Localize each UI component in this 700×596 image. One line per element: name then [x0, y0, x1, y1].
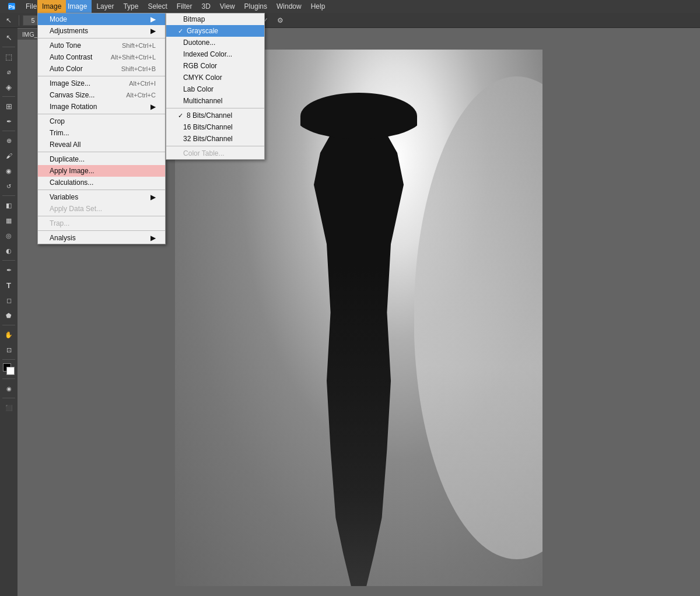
mode-arrow: ▶	[150, 15, 156, 23]
sep-5	[38, 190, 165, 190]
mode-indexed-color[interactable]: Indexed Color...	[166, 48, 264, 60]
image-menu-apply-image[interactable]: Apply Image...	[38, 165, 165, 177]
image-menu-reveal-all[interactable]: Reveal All	[38, 139, 165, 150]
image-menu-crop[interactable]: Crop	[38, 115, 165, 127]
mode-multichannel[interactable]: Multichannel	[166, 95, 264, 107]
image-menu-adjustments[interactable]: Adjustments ▶	[38, 25, 165, 37]
menubar-item-select[interactable]: Select	[143, 0, 172, 13]
analysis-arrow: ▶	[150, 234, 156, 242]
menubar-item-3d[interactable]: 3D	[197, 0, 215, 13]
tool-sep-1	[2, 47, 15, 47]
shape-tool[interactable]: ⬟	[2, 308, 16, 322]
sep-6	[38, 216, 165, 216]
toolbar-mode-btn[interactable]: ↖	[2, 14, 15, 27]
mode-sep-1	[166, 108, 264, 108]
image-menu-variables[interactable]: Variables ▶	[38, 191, 165, 203]
image-dropdown: Mode ▶ Adjustments ▶ Auto Tone Shift+Ctr…	[37, 13, 166, 244]
hat	[300, 93, 417, 139]
tool-sep-5	[2, 260, 15, 261]
sep-2	[38, 76, 165, 76]
tool-sep-2	[2, 96, 15, 97]
menubar-item-ps[interactable]: Ps	[2, 0, 21, 13]
adjustments-arrow: ▶	[150, 27, 156, 35]
pen-tool[interactable]: ✒	[2, 263, 16, 277]
menubar: Ps File Edit Image Layer Type Select Fil…	[0, 0, 700, 13]
clone-stamp-tool[interactable]: ◉	[2, 164, 16, 178]
dodge-tool[interactable]: ◐	[2, 244, 16, 258]
eyedropper-tool[interactable]: ✒	[2, 114, 16, 128]
menubar-item-view[interactable]: View	[215, 0, 240, 13]
tool-sep-4	[2, 195, 15, 196]
mode-rgb-color[interactable]: RGB Color	[166, 60, 264, 72]
mode-16bit[interactable]: 16 Bits/Channel	[166, 121, 264, 133]
menubar-item-plugins[interactable]: Plugins	[240, 0, 272, 13]
tool-sep-9	[2, 398, 15, 398]
tool-sep-8	[2, 378, 15, 379]
mode-32bit[interactable]: 32 Bits/Channel	[166, 133, 264, 145]
sep-3	[38, 114, 165, 114]
tool-sep-6	[2, 325, 15, 325]
image-menu-highlight[interactable]: Image	[37, 0, 66, 13]
image-menu-apply-dataset: Apply Data Set...	[38, 203, 165, 215]
brush-tool[interactable]: 🖌	[2, 149, 16, 163]
mode-sep-2	[166, 146, 264, 146]
image-menu-auto-color[interactable]: Auto Color Shift+Ctrl+B	[38, 63, 165, 75]
healing-tool[interactable]: ⊕	[2, 134, 16, 148]
screen-mode-btn[interactable]: ⬛	[2, 401, 16, 415]
menubar-item-filter[interactable]: Filter	[172, 0, 197, 13]
image-menu-analysis[interactable]: Analysis ▶	[38, 232, 165, 244]
mode-duotone[interactable]: Duotone...	[166, 37, 264, 48]
mode-color-table: Color Table...	[166, 148, 264, 159]
menubar-item-layer[interactable]: Layer	[92, 0, 118, 13]
history-brush-tool[interactable]: ↺	[2, 179, 16, 193]
mode-cmyk-color[interactable]: CMYK Color	[166, 72, 264, 83]
move-tool[interactable]: ↖	[2, 30, 16, 44]
toolbar-sep-1	[19, 15, 19, 26]
eraser-tool[interactable]: ◧	[2, 198, 16, 212]
sep-4	[38, 152, 165, 152]
image-menu-duplicate[interactable]: Duplicate...	[38, 153, 165, 165]
image-menu-calculations[interactable]: Calculations...	[38, 177, 165, 188]
blur-tool[interactable]: ◎	[2, 229, 16, 243]
svg-text:Ps: Ps	[8, 4, 15, 10]
lasso-tool[interactable]: ⌀	[2, 65, 16, 79]
text-tool[interactable]: T	[2, 278, 16, 292]
menubar-item-type[interactable]: Type	[118, 0, 143, 13]
background-color[interactable]	[6, 367, 15, 375]
toolbar-btn-4[interactable]: ⚙	[274, 14, 287, 27]
mode-bitmap[interactable]: Bitmap	[166, 13, 264, 25]
marquee-tool[interactable]: ⬚	[2, 50, 16, 64]
zoom-tool[interactable]: ⊡	[2, 343, 16, 357]
image-menu-canvas-size[interactable]: Canvas Size... Alt+Ctrl+C	[38, 89, 165, 101]
image-menu-trim[interactable]: Trim...	[38, 127, 165, 139]
mode-submenu: Bitmap ✓ Grayscale Duotone... Indexed Co…	[166, 13, 265, 160]
rotation-arrow: ▶	[150, 103, 156, 111]
mode-8bit[interactable]: ✓ 8 Bits/Channel	[166, 110, 264, 121]
menubar-item-help[interactable]: Help	[306, 0, 330, 13]
tool-sep-3	[2, 131, 15, 131]
color-swatch[interactable]	[3, 363, 15, 375]
path-selection-tool[interactable]: ◻	[2, 293, 16, 307]
sep-7	[38, 230, 165, 231]
quick-select-tool[interactable]: ◈	[2, 80, 16, 94]
mode-grayscale[interactable]: ✓ Grayscale	[166, 25, 264, 37]
sep-1	[38, 38, 165, 38]
quick-mask-btn[interactable]: ◉	[2, 381, 16, 395]
tool-sep-7	[2, 359, 15, 360]
image-menu-mode[interactable]: Mode ▶	[38, 13, 165, 25]
image-menu-auto-tone[interactable]: Auto Tone Shift+Ctrl+L	[38, 40, 165, 51]
tools-panel: ↖ ⬚ ⌀ ◈ ⊞ ✒ ⊕ 🖌 ◉ ↺ ◧ ▦ ◎ ◐ ✒ T ◻ ⬟ ✋ ⊡ …	[0, 28, 18, 596]
menubar-item-image[interactable]: Image	[63, 0, 92, 13]
variables-arrow: ▶	[150, 193, 156, 201]
menubar-item-window[interactable]: Window	[272, 0, 306, 13]
image-menu-trap: Trap...	[38, 218, 165, 229]
gradient-tool[interactable]: ▦	[2, 213, 16, 227]
image-menu-image-rotation[interactable]: Image Rotation ▶	[38, 101, 165, 113]
mode-lab-color[interactable]: Lab Color	[166, 83, 264, 95]
hand-tool[interactable]: ✋	[2, 328, 16, 342]
image-menu-auto-contrast[interactable]: Auto Contrast Alt+Shift+Ctrl+L	[38, 51, 165, 63]
crop-tool[interactable]: ⊞	[2, 99, 16, 113]
image-menu-image-size[interactable]: Image Size... Alt+Ctrl+I	[38, 78, 165, 89]
